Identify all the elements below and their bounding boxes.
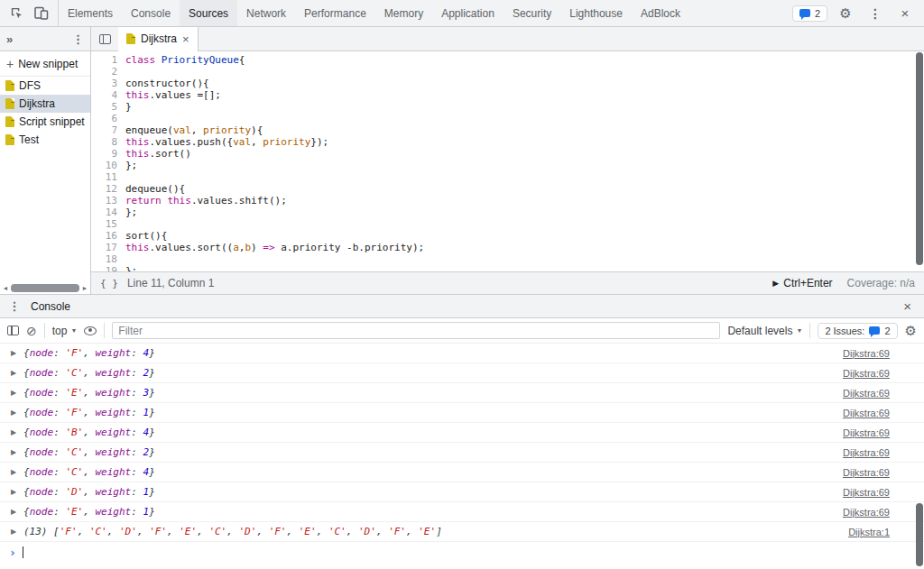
expand-triangle-icon[interactable]: ▶ [11,408,23,417]
expand-triangle-icon[interactable]: ▶ [11,389,23,397]
more-options-icon[interactable]: ⋮ [864,3,887,24]
tab-close-icon[interactable]: × [182,32,189,46]
expand-triangle-icon[interactable]: ▶ [11,508,23,516]
editor-vertical-scrollbar[interactable] [915,51,924,271]
scrollbar-thumb[interactable] [916,52,923,265]
code-line[interactable]: 16sort(){ [91,230,924,242]
device-toolbar-icon[interactable] [30,3,53,24]
tab-adblock[interactable]: AdBlock [632,0,689,26]
context-selector[interactable]: top ▼ [52,325,78,337]
inspect-element-icon[interactable] [5,3,28,24]
console-scrollbar-thumb[interactable] [916,503,923,566]
scroll-left-arrow-icon[interactable]: ◄ [1,285,10,291]
console-token: weight [96,427,132,438]
line-number: 5 [91,101,125,113]
code-line[interactable]: 8this.values.push({val, priority}); [91,136,924,148]
console-prompt[interactable]: › [0,542,924,562]
code-line[interactable]: 4this.values =[]; [91,89,924,101]
text-cursor [23,546,23,558]
console-issues-counter[interactable]: 2 Issues: 2 [818,323,897,339]
code-line[interactable]: 3constructor(){ [91,78,924,89]
toggle-navigator-icon[interactable] [91,27,118,50]
console-token: 'E' [65,506,83,518]
source-link[interactable]: Dijkstra:69 [843,467,924,478]
expand-triangle-icon[interactable]: ▶ [11,528,23,536]
source-link[interactable]: Dijkstra:69 [843,388,924,399]
issues-counter[interactable]: 2 [792,5,827,22]
source-link[interactable]: Dijkstra:69 [843,447,924,458]
drawer-close-icon[interactable]: × [896,298,919,314]
code-line[interactable]: 1class PriorityQueue{ [91,54,924,66]
expand-triangle-icon[interactable]: ▶ [11,448,23,456]
new-snippet-button[interactable]: + New snippet [0,51,90,77]
code-token: .values.push({ [150,136,234,148]
editor-tab-dijkstra[interactable]: Dijkstra × [118,27,199,50]
tab-performance[interactable]: Performance [295,0,375,26]
console-token: node [30,466,54,478]
code-line[interactable]: 9this.sort() [91,148,924,160]
source-link[interactable]: Dijkstra:69 [843,368,924,379]
expand-triangle-icon[interactable]: ▶ [11,468,23,476]
tab-lighthouse[interactable]: Lighthouse [560,0,632,26]
expand-triangle-icon[interactable]: ▶ [11,369,23,377]
source-link[interactable]: Dijkstra:69 [843,427,924,438]
console-sidebar-icon[interactable] [7,326,19,335]
code-line[interactable]: 6 [91,113,924,124]
navigator-more-icon[interactable]: ⋮ [72,32,84,46]
tab-application[interactable]: Application [432,0,504,26]
source-link[interactable]: Dijkstra:69 [843,507,924,518]
code-editor-area[interactable]: 1class PriorityQueue{23constructor(){4th… [91,51,924,271]
console-token: 'C' [65,466,83,478]
source-link[interactable]: Dijkstra:69 [843,348,924,359]
tab-elements[interactable]: Elements [59,0,122,26]
scroll-right-arrow-icon[interactable]: ► [80,285,89,291]
clear-console-icon[interactable]: ⊘ [26,324,37,338]
snippet-item-script-snippet[interactable]: Script snippet [0,113,90,131]
live-expression-eye-icon[interactable] [84,326,97,335]
code-line[interactable]: 2 [91,66,924,78]
drawer-menu-icon[interactable]: ⋮ [5,299,23,313]
code-line[interactable]: 10}; [91,160,924,171]
console-token: : [53,466,65,478]
expand-triangle-icon[interactable]: ▶ [11,428,23,436]
code-line[interactable]: 18 [91,253,924,265]
snippet-item-dijkstra[interactable]: Dijkstra [0,95,90,113]
tab-security[interactable]: Security [504,0,560,26]
tab-network[interactable]: Network [237,0,295,26]
tab-console[interactable]: Console [122,0,180,26]
drawer-tab-console[interactable]: Console [23,295,78,317]
snippet-file-icon [5,116,14,127]
code-line[interactable]: 13return this.values.shift(); [91,195,924,206]
snippet-list: DFSDijkstraScript snippetTest [0,77,90,149]
expand-triangle-icon[interactable]: ▶ [11,349,23,357]
navigator-overflow-icon[interactable]: » [6,32,13,46]
snippet-item-test[interactable]: Test [0,131,90,149]
code-line[interactable]: 11 [91,171,924,183]
log-levels-selector[interactable]: Default levels ▼ [727,325,802,337]
code-line[interactable]: 12dequeue(){ [91,183,924,195]
chevron-down-icon: ▼ [796,327,802,334]
tab-memory[interactable]: Memory [375,0,432,26]
scrollbar-thumb[interactable] [11,284,79,292]
console-filter-input[interactable] [112,322,720,339]
close-devtools-icon[interactable]: × [893,3,917,24]
tab-sources[interactable]: Sources [180,0,237,26]
console-settings-gear-icon[interactable]: ⚙ [905,323,917,339]
source-link[interactable]: Dijkstra:69 [843,487,924,498]
pretty-print-icon[interactable]: { } [100,278,118,289]
code-line[interactable]: 7enqueue(val, priority){ [91,124,924,136]
source-link[interactable]: Dijkstra:69 [843,408,924,418]
code-line[interactable]: 17this.values.sort((a,b) => a.priority -… [91,242,924,253]
code-line[interactable]: 15 [91,218,924,230]
snippet-item-dfs[interactable]: DFS [0,77,90,95]
code-line[interactable]: 19}; [91,265,924,271]
code-line[interactable]: 14}; [91,206,924,218]
settings-gear-icon[interactable]: ⚙ [834,3,857,24]
expand-triangle-icon[interactable]: ▶ [11,488,23,496]
line-number: 4 [91,89,125,101]
sidebar-horizontal-scrollbar[interactable]: ◄ ► [0,282,90,293]
code-line[interactable]: 5} [91,101,924,113]
console-log-row: ▶{node: 'E', weight: 1}Dijkstra:69 [0,502,924,522]
code-token: => [263,242,274,253]
source-link[interactable]: Dijkstra:1 [848,527,924,537]
